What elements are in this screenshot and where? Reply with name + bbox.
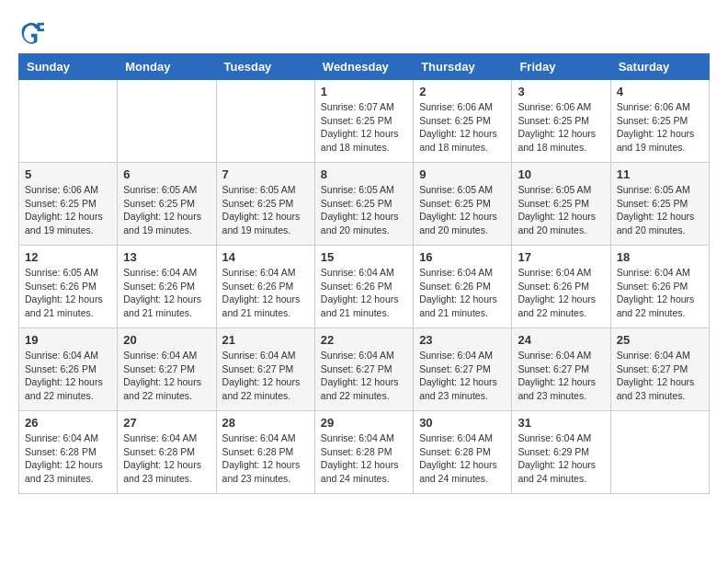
day-number: 22 (321, 333, 407, 347)
day-number: 4 (617, 85, 703, 98)
week-row-4: 19Sunrise: 6:04 AM Sunset: 6:26 PM Dayli… (19, 328, 710, 411)
cell-4-0: 26Sunrise: 6:04 AM Sunset: 6:28 PM Dayli… (19, 411, 118, 494)
day-info: Sunrise: 6:06 AM Sunset: 6:25 PM Dayligh… (25, 183, 111, 237)
cell-0-4: 2Sunrise: 6:06 AM Sunset: 6:25 PM Daylig… (414, 80, 512, 163)
cell-4-6 (610, 411, 709, 494)
day-number: 19 (25, 333, 111, 347)
day-number: 5 (25, 167, 111, 181)
cell-4-5: 31Sunrise: 6:04 AM Sunset: 6:29 PM Dayli… (512, 411, 610, 494)
day-number: 1 (321, 85, 407, 98)
day-number: 18 (617, 250, 703, 264)
cell-0-2 (216, 80, 314, 163)
cell-1-1: 6Sunrise: 6:05 AM Sunset: 6:25 PM Daylig… (118, 163, 216, 246)
cell-2-1: 13Sunrise: 6:04 AM Sunset: 6:26 PM Dayli… (118, 246, 216, 328)
cell-1-5: 10Sunrise: 6:05 AM Sunset: 6:25 PM Dayli… (512, 163, 610, 246)
cell-1-2: 7Sunrise: 6:05 AM Sunset: 6:25 PM Daylig… (216, 163, 314, 246)
day-number: 25 (617, 333, 703, 347)
cell-3-4: 23Sunrise: 6:04 AM Sunset: 6:27 PM Dayli… (414, 328, 512, 411)
day-info: Sunrise: 6:06 AM Sunset: 6:25 PM Dayligh… (617, 100, 703, 155)
day-number: 8 (321, 167, 407, 181)
day-number: 28 (222, 416, 309, 430)
week-row-1: 1Sunrise: 6:07 AM Sunset: 6:25 PM Daylig… (19, 80, 710, 163)
day-number: 26 (25, 416, 111, 430)
day-number: 23 (419, 333, 506, 347)
day-info: Sunrise: 6:04 AM Sunset: 6:27 PM Dayligh… (617, 349, 703, 403)
day-info: Sunrise: 6:04 AM Sunset: 6:28 PM Dayligh… (321, 431, 407, 486)
cell-1-6: 11Sunrise: 6:05 AM Sunset: 6:25 PM Dayli… (610, 163, 709, 246)
day-number: 7 (222, 167, 309, 181)
day-number: 9 (419, 167, 506, 181)
logo-icon (18, 18, 44, 44)
calendar-table: Sunday Monday Tuesday Wednesday Thursday… (18, 53, 710, 494)
day-info: Sunrise: 6:04 AM Sunset: 6:26 PM Dayligh… (419, 266, 506, 320)
day-number: 3 (518, 85, 604, 98)
weekday-header-row: Sunday Monday Tuesday Wednesday Thursday… (19, 54, 710, 80)
day-info: Sunrise: 6:05 AM Sunset: 6:25 PM Dayligh… (617, 183, 703, 237)
day-number: 30 (419, 416, 506, 430)
header-sunday: Sunday (19, 54, 118, 80)
cell-2-2: 14Sunrise: 6:04 AM Sunset: 6:26 PM Dayli… (216, 246, 314, 328)
day-number: 29 (321, 416, 407, 430)
day-number: 2 (419, 85, 506, 98)
day-info: Sunrise: 6:04 AM Sunset: 6:26 PM Dayligh… (25, 349, 111, 403)
day-number: 21 (222, 333, 309, 347)
cell-0-0 (19, 80, 118, 163)
header-saturday: Saturday (610, 54, 709, 80)
cell-0-3: 1Sunrise: 6:07 AM Sunset: 6:25 PM Daylig… (314, 80, 413, 163)
cell-3-3: 22Sunrise: 6:04 AM Sunset: 6:27 PM Dayli… (314, 328, 413, 411)
cell-4-2: 28Sunrise: 6:04 AM Sunset: 6:28 PM Dayli… (216, 411, 314, 494)
cell-3-2: 21Sunrise: 6:04 AM Sunset: 6:27 PM Dayli… (216, 328, 314, 411)
header-tuesday: Tuesday (216, 54, 314, 80)
logo (18, 18, 48, 44)
cell-3-5: 24Sunrise: 6:04 AM Sunset: 6:27 PM Dayli… (512, 328, 610, 411)
week-row-2: 5Sunrise: 6:06 AM Sunset: 6:25 PM Daylig… (19, 163, 710, 246)
day-number: 11 (617, 167, 703, 181)
day-number: 6 (123, 167, 210, 181)
day-number: 31 (518, 416, 604, 430)
day-number: 13 (123, 250, 210, 264)
day-info: Sunrise: 6:04 AM Sunset: 6:28 PM Dayligh… (419, 431, 506, 486)
day-info: Sunrise: 6:04 AM Sunset: 6:28 PM Dayligh… (222, 431, 309, 486)
cell-1-3: 8Sunrise: 6:05 AM Sunset: 6:25 PM Daylig… (314, 163, 413, 246)
day-number: 16 (419, 250, 506, 264)
cell-0-1 (118, 80, 216, 163)
day-info: Sunrise: 6:04 AM Sunset: 6:26 PM Dayligh… (222, 266, 309, 320)
day-number: 10 (518, 167, 604, 181)
day-number: 27 (123, 416, 210, 430)
day-number: 15 (321, 250, 407, 264)
day-number: 24 (518, 333, 604, 347)
cell-0-6: 4Sunrise: 6:06 AM Sunset: 6:25 PM Daylig… (610, 80, 709, 163)
cell-1-0: 5Sunrise: 6:06 AM Sunset: 6:25 PM Daylig… (19, 163, 118, 246)
cell-3-0: 19Sunrise: 6:04 AM Sunset: 6:26 PM Dayli… (19, 328, 118, 411)
header-thursday: Thursday (414, 54, 512, 80)
day-info: Sunrise: 6:04 AM Sunset: 6:27 PM Dayligh… (518, 349, 604, 403)
day-info: Sunrise: 6:04 AM Sunset: 6:29 PM Dayligh… (518, 431, 604, 486)
day-info: Sunrise: 6:05 AM Sunset: 6:25 PM Dayligh… (123, 183, 210, 237)
day-info: Sunrise: 6:04 AM Sunset: 6:26 PM Dayligh… (321, 266, 407, 320)
day-info: Sunrise: 6:07 AM Sunset: 6:25 PM Dayligh… (321, 100, 407, 155)
day-info: Sunrise: 6:04 AM Sunset: 6:28 PM Dayligh… (25, 431, 111, 486)
cell-2-3: 15Sunrise: 6:04 AM Sunset: 6:26 PM Dayli… (314, 246, 413, 328)
cell-2-5: 17Sunrise: 6:04 AM Sunset: 6:26 PM Dayli… (512, 246, 610, 328)
day-info: Sunrise: 6:04 AM Sunset: 6:27 PM Dayligh… (222, 349, 309, 403)
day-info: Sunrise: 6:05 AM Sunset: 6:25 PM Dayligh… (222, 183, 309, 237)
cell-1-4: 9Sunrise: 6:05 AM Sunset: 6:25 PM Daylig… (414, 163, 512, 246)
page-header (18, 18, 710, 44)
cell-3-6: 25Sunrise: 6:04 AM Sunset: 6:27 PM Dayli… (610, 328, 709, 411)
day-info: Sunrise: 6:06 AM Sunset: 6:25 PM Dayligh… (518, 100, 604, 155)
cell-4-3: 29Sunrise: 6:04 AM Sunset: 6:28 PM Dayli… (314, 411, 413, 494)
day-number: 20 (123, 333, 210, 347)
day-number: 17 (518, 250, 604, 264)
day-info: Sunrise: 6:04 AM Sunset: 6:26 PM Dayligh… (518, 266, 604, 320)
cell-2-6: 18Sunrise: 6:04 AM Sunset: 6:26 PM Dayli… (610, 246, 709, 328)
day-info: Sunrise: 6:04 AM Sunset: 6:26 PM Dayligh… (123, 266, 210, 320)
header-friday: Friday (512, 54, 610, 80)
day-info: Sunrise: 6:04 AM Sunset: 6:27 PM Dayligh… (123, 349, 210, 403)
cell-4-4: 30Sunrise: 6:04 AM Sunset: 6:28 PM Dayli… (414, 411, 512, 494)
day-info: Sunrise: 6:06 AM Sunset: 6:25 PM Dayligh… (419, 100, 506, 155)
day-info: Sunrise: 6:04 AM Sunset: 6:26 PM Dayligh… (617, 266, 703, 320)
day-info: Sunrise: 6:05 AM Sunset: 6:25 PM Dayligh… (518, 183, 604, 237)
day-info: Sunrise: 6:04 AM Sunset: 6:27 PM Dayligh… (419, 349, 506, 403)
day-number: 14 (222, 250, 309, 264)
cell-0-5: 3Sunrise: 6:06 AM Sunset: 6:25 PM Daylig… (512, 80, 610, 163)
